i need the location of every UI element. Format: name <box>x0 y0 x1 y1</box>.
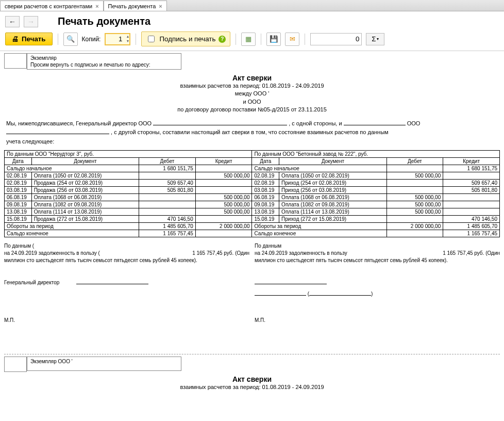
sum-button[interactable]: Σ ▾ <box>366 33 384 45</box>
intro-part: , с одной стороны, и <box>289 120 343 126</box>
tab-label: Печать документа <box>108 3 156 9</box>
sign-and-print-button[interactable]: Подпись и печать ? <box>141 31 230 46</box>
col-date: Дата <box>252 158 279 165</box>
page-title: Печать документа <box>58 15 150 27</box>
close-balance-row: Сальдо конечное 1 165 757,45 Сальдо коне… <box>5 230 500 237</box>
intro-text: Мы, нижеподписавшиеся, Генеральный дирек… <box>4 115 500 151</box>
doc-period: взаимных расчетов за период: 01.08.2019 … <box>4 383 500 391</box>
separator <box>236 34 236 45</box>
doc-contract: по договору договор поставки №05-д/2015 … <box>4 106 500 114</box>
doc-period: взаимных расчетов за период: 01.08.2019 … <box>4 82 500 90</box>
col-doc: Документ <box>279 158 387 165</box>
window-tabs: сверки расчетов с контрагентами × Печать… <box>0 0 504 11</box>
turnover-row: Обороты за период 1 485 605,70 2 000 000… <box>5 223 500 230</box>
turn-r-db: 2 000 000,00 <box>387 223 443 230</box>
tab-reconciliation[interactable]: сверки расчетов с контрагентами × <box>0 1 104 11</box>
table-row: 09.08.19Оплата (1082 от 09.08.2019)500 0… <box>5 201 500 208</box>
copies-label: Копий: <box>82 36 101 43</box>
turn-l-cr: 2 000 000,00 <box>195 223 252 230</box>
turnover-label: Обороты за период <box>5 223 139 230</box>
col-credit: Кредит <box>443 158 500 165</box>
return-note-box: Экземпляр Просим вернуть с подписью и пе… <box>27 53 181 70</box>
print-button[interactable]: 🖨 Печать <box>5 33 53 45</box>
document-area: Экземпляр Просим вернуть с подписью и пе… <box>0 51 504 395</box>
turn-r-cr: 1 485 605,70 <box>443 223 500 230</box>
signature-line <box>255 295 306 296</box>
signature-row: Генеральный директор () <box>4 280 500 297</box>
turn-l-db: 1 485 605,70 <box>139 223 196 230</box>
right-header: По данным ООО "Бетонный завод № 222", ру… <box>252 151 500 158</box>
close-icon[interactable]: × <box>159 3 162 9</box>
tab-print-document[interactable]: Печать документа × <box>104 1 167 11</box>
summary-line: По данным <box>255 242 500 250</box>
sig-right: () <box>255 280 500 297</box>
open-balance-row: Сальдо начальное 1 680 151,75 Сальдо нач… <box>5 165 500 172</box>
doc-between: между ООО ' <box>4 90 500 98</box>
turnover-label: Обороты за период <box>252 223 387 230</box>
toolbar: 🖨 Печать 🔍 Копий: ▲▼ Подпись и печать ? … <box>0 27 504 51</box>
summary-left: По данным ( на 24.09.2019 задолженность … <box>4 242 249 264</box>
separator <box>305 34 305 45</box>
preview-button[interactable]: 🔍 <box>63 33 78 46</box>
sign-label: Подпись и печать <box>159 35 215 43</box>
empty <box>387 230 443 237</box>
reconciliation-table: По данным ООО "Нерудторг 3", руб. По дан… <box>4 150 500 237</box>
amount-words: миллион сто шестьдесят пять тысяч семьсо… <box>255 257 500 264</box>
intro-part: ООО <box>407 120 421 126</box>
empty <box>387 165 443 172</box>
open-val-r: 1 680 151,75 <box>443 165 500 172</box>
close-icon[interactable]: × <box>95 3 98 9</box>
summary-line: на 24.09.2019 задолженность в пользу <box>255 250 347 256</box>
col-debit: Дебет <box>387 158 443 165</box>
number-input[interactable] <box>310 33 362 45</box>
email-button[interactable]: ✉ <box>285 33 299 46</box>
help-icon[interactable]: ? <box>219 36 226 43</box>
exemplar-label: Экземпляр <box>30 55 178 61</box>
doc-title: Акт сверки <box>4 74 500 82</box>
diskette-icon: 💾 <box>270 35 278 43</box>
blank-line <box>344 125 406 125</box>
amount: 1 165 757,45 руб. (Один <box>192 250 249 257</box>
magnifier-icon: 🔍 <box>66 35 75 43</box>
mp-right: М.П. <box>255 317 500 323</box>
amount: 1 165 757,45 руб. (Один <box>443 250 500 257</box>
close-label: Сальдо конечное <box>5 230 139 237</box>
pencil-grid-icon: ▦ <box>245 35 251 43</box>
stamp-row: М.П. М.П. <box>4 317 500 323</box>
table-row: 02.08.19Оплата (1050 от 02.08.2019)500 0… <box>5 172 500 180</box>
left-header: По данным ООО "Нерудторг 3", руб. <box>5 151 252 158</box>
signature-line <box>76 284 148 284</box>
save-button[interactable]: 💾 <box>266 33 281 46</box>
table-row: 15.08.19Продажа (272 от 15.08.2019)470 1… <box>5 216 500 223</box>
intro-part: , с другой стороны, составили настоящий … <box>111 129 389 135</box>
blank-line <box>153 125 287 125</box>
close-label: Сальдо конечное <box>252 230 387 237</box>
spinner-icons[interactable]: ▲▼ <box>126 34 130 43</box>
printer-icon: 🖨 <box>12 35 19 43</box>
tab-label: сверки расчетов с контрагентами <box>5 3 92 9</box>
col-date: Дата <box>5 158 32 165</box>
table-row: 13.08.19Оплата (1114 от 13.08.2019)500 0… <box>5 208 500 216</box>
table-cols-row: Дата Документ Дебет Кредит Дата Документ… <box>5 158 500 165</box>
edit-button[interactable]: ▦ <box>241 33 256 46</box>
table-header-row: По данным ООО "Нерудторг 3", руб. По дан… <box>5 151 500 158</box>
empty <box>195 230 252 237</box>
exemplar-box: Экземпляр ООО ' <box>27 357 181 371</box>
blank-line <box>6 134 109 134</box>
amount-words: миллион сто шестьдесят пять тысяч семьсо… <box>4 257 249 264</box>
sign-checkbox[interactable] <box>148 36 155 42</box>
gd-label: Генеральный директор <box>4 280 59 285</box>
empty <box>195 165 252 172</box>
mp-left: М.П. <box>4 317 249 323</box>
open-val-l: 1 680 151,75 <box>139 165 196 172</box>
summary-right: По данным на 24.09.2019 задолженность в … <box>255 242 500 264</box>
forward-button[interactable]: → <box>24 16 38 27</box>
summary-line: на 24.09.2019 задолженность в пользу ( <box>4 250 100 256</box>
doc-title: Акт сверки <box>4 375 500 383</box>
table-row: 03.08.19Продажа (256 от 03.08.2019)505 8… <box>5 187 500 194</box>
close-r: 1 165 757,45 <box>443 230 500 237</box>
summary-line: По данным ( <box>4 242 249 250</box>
doc-and: и ООО <box>4 98 500 106</box>
nav-area: ← → Печать документа <box>0 11 504 27</box>
back-button[interactable]: ← <box>5 16 20 27</box>
